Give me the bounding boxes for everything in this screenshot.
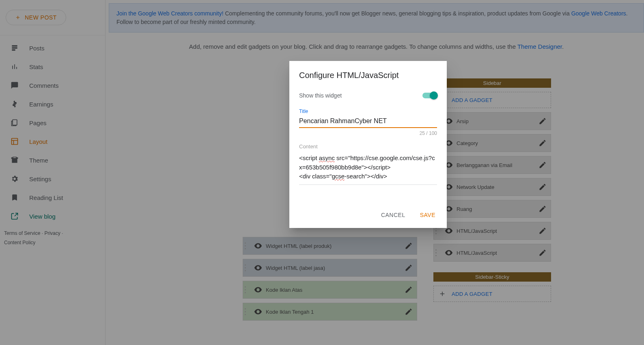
cancel-button[interactable]: CANCEL	[379, 209, 407, 221]
title-field-label: Title	[299, 108, 437, 114]
widget-title-input[interactable]	[299, 116, 437, 128]
show-widget-toggle[interactable]	[422, 93, 437, 98]
save-button[interactable]: SAVE	[418, 209, 437, 221]
widget-content-textarea[interactable]: <script async src="https://cse.google.co…	[299, 151, 437, 185]
configure-widget-dialog: Configure HTML/JavaScript Show this widg…	[289, 61, 447, 228]
dialog-title: Configure HTML/JavaScript	[299, 71, 437, 80]
char-count: 25 / 100	[299, 130, 437, 136]
content-field-label: Content	[299, 143, 437, 150]
show-widget-label: Show this widget	[299, 92, 342, 99]
